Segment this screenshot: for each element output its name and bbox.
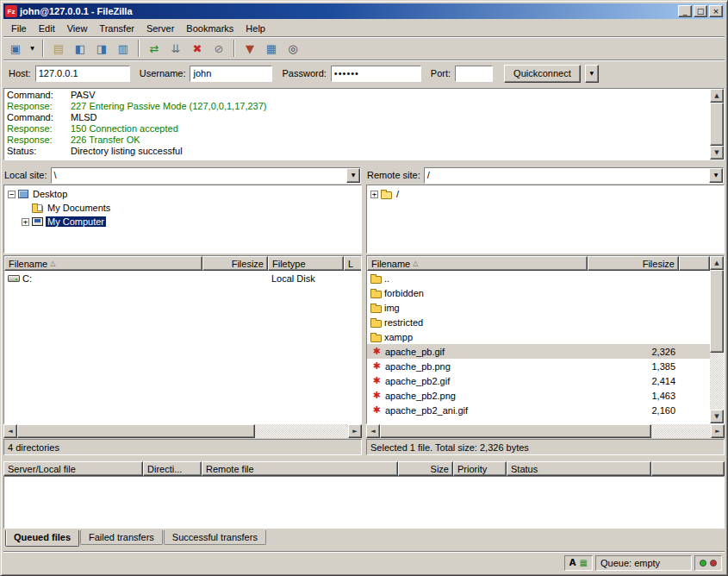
column-header-size[interactable]: Size <box>398 461 453 476</box>
scrollbar-thumb[interactable] <box>380 424 651 438</box>
process-queue-icon[interactable]: ⇊ <box>165 39 186 58</box>
host-input[interactable] <box>35 66 130 82</box>
quickconnect-button[interactable]: Quickconnect <box>504 65 581 83</box>
file-row-c[interactable]: C:Local Disk <box>4 271 361 285</box>
column-header-filetype[interactable]: Filetype <box>268 256 344 271</box>
tab-failed-transfers[interactable]: Failed transfers <box>80 530 163 545</box>
column-header-filename[interactable]: Filename△ <box>4 256 202 271</box>
tree-expander-icon[interactable]: + <box>22 218 29 226</box>
file-row-apache-pb2-gif[interactable]: ✱apache_pb2.gif2,414 <box>367 373 710 388</box>
remote-hscrollbar[interactable]: ◄ ► <box>366 424 725 438</box>
toggle-queue-icon[interactable]: ▥ <box>113 39 134 58</box>
scrollbar-track[interactable] <box>710 270 724 410</box>
username-input[interactable] <box>190 66 272 82</box>
column-header-priority[interactable]: Priority <box>453 461 507 476</box>
scrollbar-thumb[interactable] <box>710 103 724 146</box>
tree-item-blank[interactable]: +/ <box>368 187 723 201</box>
remote-site-dropdown-icon[interactable]: ▼ <box>709 168 723 183</box>
scroll-down-icon[interactable]: ▼ <box>710 146 724 160</box>
refresh-icon[interactable]: ⇄ <box>144 39 165 58</box>
scroll-right-icon[interactable]: ► <box>711 424 725 438</box>
menu-item-file[interactable]: File <box>5 22 33 35</box>
local-site-dropdown-icon[interactable]: ▼ <box>346 168 360 183</box>
scroll-right-icon[interactable]: ► <box>348 424 362 438</box>
file-row-blank[interactable]: .. <box>367 271 710 285</box>
site-manager-dropdown-icon[interactable]: ▼ <box>27 39 38 58</box>
scrollbar-track[interactable] <box>17 424 348 438</box>
column-header-label: Filesize <box>232 259 264 269</box>
remote-scrollbar[interactable]: ▲ ▼ <box>710 256 724 423</box>
port-input[interactable] <box>455 66 493 82</box>
local-site-value[interactable]: \ <box>52 168 346 183</box>
column-header-filesize[interactable]: Filesize <box>588 256 679 271</box>
tab-queued-files[interactable]: Queued files <box>5 530 79 547</box>
activity-leds <box>694 555 722 571</box>
column-header-status[interactable]: Status <box>507 461 651 476</box>
scrollbar-thumb[interactable] <box>17 424 255 438</box>
queue-splitter[interactable] <box>3 455 725 461</box>
scroll-left-icon[interactable]: ◄ <box>3 424 17 438</box>
folder-icon <box>370 335 382 342</box>
compare-icon[interactable]: ▦ <box>261 39 282 58</box>
toggle-log-icon[interactable]: ▤ <box>48 39 69 58</box>
file-row-xampp[interactable]: xampp <box>367 329 710 344</box>
column-header-filesize[interactable]: Filesize <box>202 256 268 271</box>
menu-item-transfer[interactable]: Transfer <box>93 22 140 35</box>
file-row-forbidden[interactable]: forbidden <box>367 285 710 300</box>
tree-expander-icon[interactable]: − <box>8 191 16 198</box>
file-row-img[interactable]: img <box>367 300 710 315</box>
menu-item-edit[interactable]: Edit <box>33 22 61 35</box>
filter-icon[interactable]: ▼ <box>240 39 260 58</box>
cell: xampp <box>367 329 588 344</box>
username-label: Username: <box>140 68 186 78</box>
scroll-up-icon[interactable]: ▲ <box>710 89 724 103</box>
menu-item-view[interactable]: View <box>61 22 94 35</box>
file-row-apache-pb-png[interactable]: ✱apache_pb.png1,385 <box>367 359 710 373</box>
scrollbar-track[interactable] <box>380 424 711 438</box>
menu-item-server[interactable]: Server <box>140 22 180 35</box>
column-header-l[interactable]: L <box>344 256 361 271</box>
cell: 2,414 <box>588 373 679 388</box>
file-row-restricted[interactable]: restricted <box>367 315 710 329</box>
menu-item-help[interactable]: Help <box>240 22 271 35</box>
cancel-icon[interactable]: ✖ <box>187 39 208 58</box>
password-input[interactable] <box>331 66 421 82</box>
scroll-down-icon[interactable]: ▼ <box>710 410 724 423</box>
local-site-combo[interactable]: \ ▼ <box>51 167 361 184</box>
log-scrollbar[interactable]: ▲ ▼ <box>710 89 724 160</box>
log-message: PASV <box>71 90 96 100</box>
scroll-left-icon[interactable]: ◄ <box>366 424 380 438</box>
scrollbar-thumb[interactable] <box>710 270 724 353</box>
toggle-remote-tree-icon[interactable]: ◨ <box>91 39 112 58</box>
app-icon[interactable]: Fz <box>5 5 17 17</box>
title-bar[interactable]: Fz john@127.0.0.1 - FileZilla _□× <box>3 3 725 19</box>
maximize-button[interactable]: □ <box>694 5 707 17</box>
disconnect-icon[interactable]: ⊘ <box>208 39 229 58</box>
remote-site-combo[interactable]: / ▼ <box>424 167 724 184</box>
tab-successful-transfers[interactable]: Successful transfers <box>164 530 266 545</box>
site-manager-icon[interactable]: ▣ <box>5 39 26 58</box>
menu-item-bookmarks[interactable]: Bookmarks <box>180 22 240 35</box>
toggle-local-tree-icon[interactable]: ◧ <box>70 39 90 58</box>
column-header-server-local-file[interactable]: Server/Local file <box>3 461 143 476</box>
scroll-up-icon[interactable]: ▲ <box>710 256 724 270</box>
file-row-apache-pb-gif[interactable]: ✱apache_pb.gif2,326 <box>367 344 710 359</box>
tree-item-desktop[interactable]: −Desktop <box>5 187 360 201</box>
column-header-remote-file[interactable]: Remote file <box>202 461 398 476</box>
close-button[interactable]: × <box>709 5 723 17</box>
file-row-apache-pb2-ani-gif[interactable]: ✱apache_pb2_ani.gif2,160 <box>367 403 710 417</box>
cell: Local Disk <box>268 271 344 285</box>
column-header-filename[interactable]: Filename△ <box>367 256 588 271</box>
tree-item-my-computer[interactable]: +My Computer <box>5 215 360 229</box>
tree-expander-icon[interactable]: + <box>370 191 378 198</box>
local-hscrollbar[interactable]: ◄ ► <box>3 424 362 438</box>
quickconnect-dropdown-icon[interactable]: ▼ <box>585 65 599 83</box>
tree-item-my-documents[interactable]: My Documents <box>5 201 360 215</box>
scrollbar-track[interactable] <box>710 103 724 146</box>
minimize-button[interactable]: _ <box>678 5 692 17</box>
remote-site-value[interactable]: / <box>425 168 709 183</box>
column-header-directi[interactable]: Directi... <box>143 461 202 476</box>
remote-site-row: Remote site: / ▼ <box>366 166 725 185</box>
file-row-apache-pb2-png[interactable]: ✱apache_pb2.png1,463 <box>367 388 710 403</box>
find-icon[interactable]: ◎ <box>283 39 303 58</box>
